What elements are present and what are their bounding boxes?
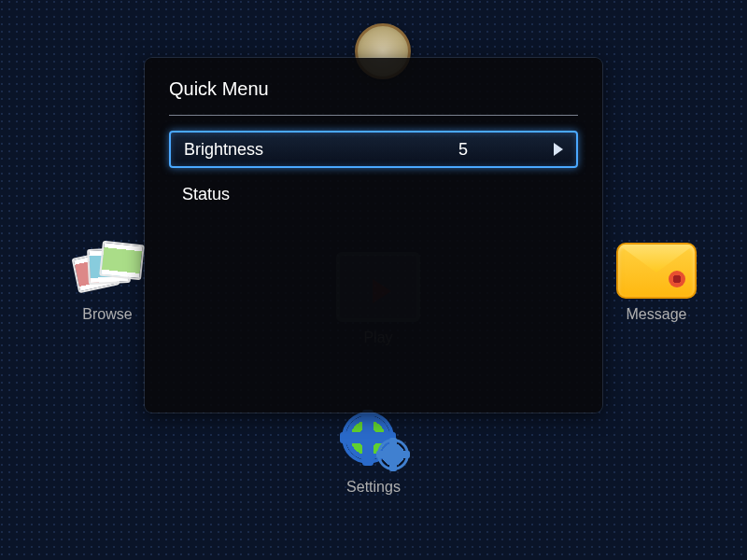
envelope-icon bbox=[616, 243, 697, 299]
home-item-message[interactable]: Message bbox=[616, 243, 697, 323]
gear-icon bbox=[341, 415, 406, 471]
quick-menu-title: Quick Menu bbox=[169, 78, 578, 116]
photo-stack-icon bbox=[75, 243, 140, 299]
message-label: Message bbox=[616, 306, 697, 323]
home-item-browse[interactable]: Browse bbox=[75, 243, 140, 323]
menu-item-status[interactable]: Status bbox=[169, 175, 578, 213]
settings-label: Settings bbox=[341, 479, 406, 496]
flower-icon bbox=[669, 271, 685, 287]
menu-item-value: 5 bbox=[458, 140, 543, 160]
menu-item-label: Brightness bbox=[184, 140, 458, 160]
quick-menu-panel: Quick Menu Brightness 5 Status bbox=[145, 58, 602, 413]
menu-item-brightness[interactable]: Brightness 5 bbox=[169, 131, 578, 168]
home-item-settings[interactable]: Settings bbox=[341, 415, 406, 496]
menu-item-label: Status bbox=[182, 185, 565, 204]
chevron-right-icon[interactable] bbox=[554, 143, 563, 156]
browse-label: Browse bbox=[75, 306, 140, 323]
